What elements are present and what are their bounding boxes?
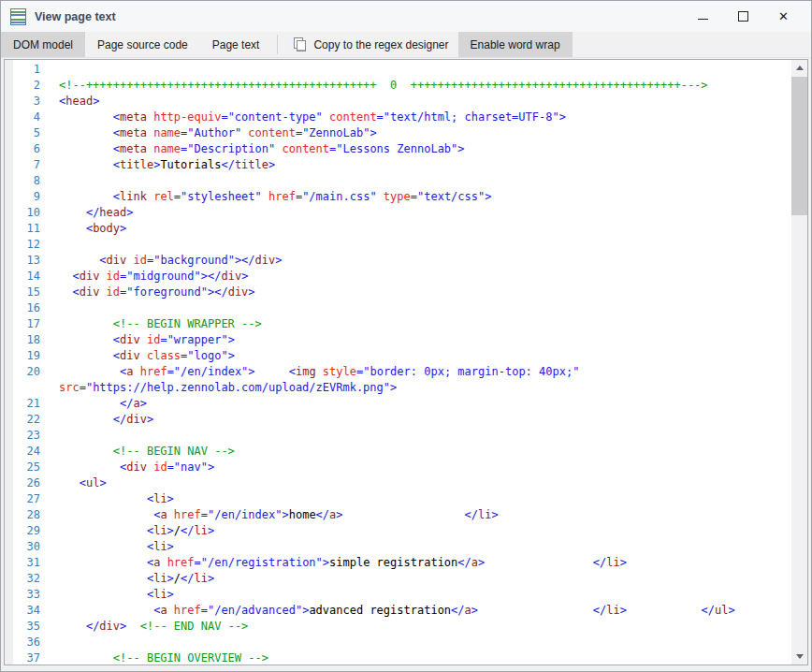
line-number: 32 <box>5 571 40 587</box>
window-titlebar: View page text ✕ <box>1 1 811 32</box>
code-line: 28 <a href="/en/index">home</a> </li> <box>5 507 791 523</box>
code-content: 12<!--++++++++++++++++++++++++++++++++++… <box>5 60 791 665</box>
code-line: 24 <!-- BEGIN NAV --> <box>5 444 791 460</box>
maximize-button[interactable] <box>723 1 763 32</box>
code-line: 29 <li>/</li> <box>5 523 791 539</box>
close-button[interactable]: ✕ <box>763 1 804 32</box>
scroll-up-button[interactable] <box>791 60 807 76</box>
line-number: 21 <box>5 396 40 412</box>
line-number: 28 <box>5 507 40 523</box>
copy-to-regex-designer-label: Copy to the regex designer <box>313 38 448 51</box>
code-line: 3<head> <box>5 94 791 110</box>
code-line: 1 <box>5 62 791 78</box>
code-line: 13 <div id="background"></div> <box>5 253 791 269</box>
line-number: 17 <box>5 316 40 332</box>
scrollbar-thumb[interactable] <box>791 77 807 215</box>
code-line: 19 <div class="logo"> <box>5 348 791 364</box>
code-line-wrap: src="https://help.zennolab.com/upload/zE… <box>5 380 791 396</box>
line-number: 20 <box>5 364 40 380</box>
line-number: 31 <box>5 555 40 571</box>
line-number: 3 <box>5 94 40 110</box>
code-line: 4 <meta http-equiv="content-type" conten… <box>5 110 791 125</box>
code-line: 20 <a href="/en/index"> <img style="bord… <box>5 364 791 380</box>
copy-to-regex-designer-button[interactable]: Copy to the regex designer <box>283 32 457 57</box>
code-line: 21 </a> <box>5 396 791 412</box>
line-number: 9 <box>5 189 40 205</box>
line-number: 33 <box>5 587 40 603</box>
code-line: 30 <li> <box>5 539 791 555</box>
close-icon: ✕ <box>778 10 789 22</box>
copy-icon <box>293 37 307 51</box>
line-number: 12 <box>5 237 40 253</box>
code-line: 10 </head> <box>5 205 791 221</box>
line-number: 24 <box>5 444 40 460</box>
code-line: 32 <li>/</li> <box>5 571 791 587</box>
tab-dom-model[interactable]: DOM model <box>1 32 85 57</box>
code-line: 33 <li> <box>5 587 791 603</box>
line-number: 18 <box>5 332 40 348</box>
line-number: 16 <box>5 300 40 316</box>
line-number: 1 <box>5 62 40 78</box>
code-line: 26 <ul> <box>5 475 791 491</box>
code-line: 8 <box>5 173 791 189</box>
tab-page-text[interactable]: Page text <box>200 32 272 57</box>
line-number: 22 <box>5 412 40 428</box>
line-number: 35 <box>5 619 40 635</box>
code-line: 31 <a href="/en/registration">simple reg… <box>5 555 791 571</box>
code-line: 27 <li> <box>5 491 791 507</box>
line-number: 6 <box>5 141 40 157</box>
line-number: 26 <box>5 475 40 491</box>
enable-word-wrap-button[interactable]: Enable word wrap <box>458 32 573 57</box>
code-line: 7 <title>Tutorials</title> <box>5 157 791 173</box>
code-line: 22 </div> <box>5 412 791 428</box>
line-number: 34 <box>5 603 40 619</box>
line-number: 8 <box>5 173 40 189</box>
scroll-down-button[interactable] <box>791 649 807 665</box>
line-number: 30 <box>5 539 40 555</box>
code-line: 16 <box>5 300 791 316</box>
code-line: 18 <div id="wrapper"> <box>5 332 791 348</box>
code-line: 6 <meta name="Description" content="Less… <box>5 141 791 157</box>
code-line: 15 <div id="foreground"></div> <box>5 285 791 300</box>
line-number: 10 <box>5 205 40 221</box>
line-number: 7 <box>5 157 40 173</box>
code-editor[interactable]: 12<!--++++++++++++++++++++++++++++++++++… <box>4 59 808 665</box>
line-number: 5 <box>5 125 40 141</box>
line-number: 37 <box>5 650 40 665</box>
minimize-button[interactable] <box>683 1 723 32</box>
code-line: 34 <a href="/en/advanced">advanced regis… <box>5 603 791 619</box>
maximize-icon <box>738 11 748 22</box>
arrow-up-icon <box>796 66 804 70</box>
line-number: 36 <box>5 635 40 650</box>
toolbar: DOM model Page source code Page text Cop… <box>1 32 811 58</box>
line-number: 23 <box>5 428 40 444</box>
line-number: 29 <box>5 523 40 539</box>
line-number: 2 <box>5 78 40 94</box>
code-line: 9 <link rel="stylesheet" href="/main.css… <box>5 189 791 205</box>
code-line: 5 <meta name="Author" content="ZennoLab"… <box>5 125 791 141</box>
toolbar-separator <box>277 35 278 54</box>
code-line: 36 <box>5 635 791 650</box>
page-text-icon <box>10 8 26 25</box>
line-number: 19 <box>5 348 40 364</box>
code-line: 17 <!-- BEGIN WRAPPER --> <box>5 316 791 332</box>
code-line: 37 <!-- BEGIN OVERVIEW --> <box>5 650 791 665</box>
tab-page-source-code[interactable]: Page source code <box>85 32 200 57</box>
line-number: 15 <box>5 285 40 300</box>
window: View page text ✕ DOM model Page source c… <box>0 0 812 672</box>
line-number: 14 <box>5 269 40 285</box>
line-number: 27 <box>5 491 40 507</box>
window-controls: ✕ <box>683 1 804 32</box>
line-number: 11 <box>5 221 40 237</box>
line-number: 13 <box>5 253 40 269</box>
code-line: 35 </div> <!-- END NAV --> <box>5 619 791 635</box>
code-line: 11 <body> <box>5 221 791 237</box>
code-line: 2<!--+++++++++++++++++++++++++++++++++++… <box>5 78 791 94</box>
line-number: 4 <box>5 110 40 125</box>
line-number: 25 <box>5 460 40 475</box>
minimize-icon <box>698 19 708 20</box>
arrow-down-icon <box>796 654 804 659</box>
vertical-scrollbar[interactable] <box>791 60 807 665</box>
code-line: 23 <box>5 428 791 444</box>
code-line: 14 <div id="midground"></div> <box>5 269 791 285</box>
